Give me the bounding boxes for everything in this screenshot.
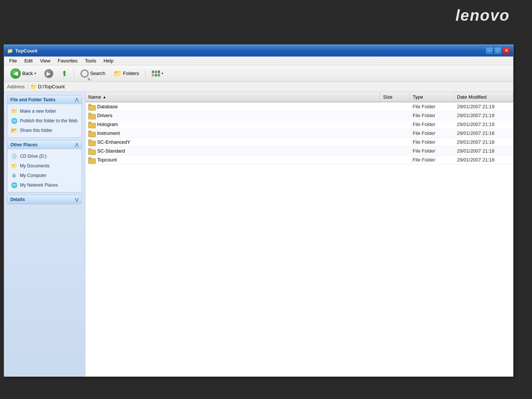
file-name-cell: SC-EnhancedY: [85, 139, 380, 146]
col-date-label: Date Modified: [457, 94, 487, 100]
file-type: File Folder: [410, 156, 454, 163]
file-name-cell: Drivers: [85, 112, 380, 119]
my-documents-icon: 📁: [10, 162, 18, 170]
col-header-date[interactable]: Date Modified: [454, 92, 513, 102]
task-publish-web[interactable]: 🌐 Publish this folder to the Web: [9, 116, 80, 126]
file-date: 29/01/2007 21:19: [454, 103, 513, 110]
my-computer-icon: 🖥: [10, 172, 18, 179]
file-tasks-collapse-icon: ⋀: [75, 97, 79, 102]
other-places-body: 💿 CD Drive (D:) 📁 My Documents 🖥 My Comp…: [7, 149, 82, 192]
place-my-documents[interactable]: 📁 My Documents: [9, 161, 80, 171]
table-row[interactable]: SC-EnhancedY File Folder 29/01/2007 21:1…: [85, 138, 513, 147]
my-network-icon: 🌐: [10, 181, 18, 189]
title-icon: 📁: [7, 48, 13, 54]
menu-bar: File Edit View Favorites Tools Help: [4, 57, 513, 65]
other-places-header[interactable]: Other Places ⋀: [7, 140, 82, 149]
table-row[interactable]: Database File Folder 29/01/2007 21:19: [85, 102, 513, 111]
share-folder-icon: 📂: [10, 127, 18, 134]
file-date: 29/01/2007 21:18: [454, 156, 513, 163]
folder-icon: [88, 139, 95, 145]
col-size-label: Size: [383, 94, 392, 100]
folder-icon: [88, 157, 95, 163]
menu-view[interactable]: View: [36, 57, 54, 64]
publish-web-icon: 🌐: [10, 117, 18, 125]
sort-asc-icon: ▲: [103, 95, 106, 99]
file-tasks-header[interactable]: File and Folder Tasks ⋀: [7, 95, 82, 104]
table-row[interactable]: Drivers File Folder 29/01/2007 21:19: [85, 111, 513, 120]
search-icon: [81, 69, 89, 78]
file-date: 29/01/2007 21:18: [454, 147, 513, 154]
folders-icon: 📁: [113, 69, 122, 78]
file-type: File Folder: [410, 139, 454, 146]
col-name-label: Name: [88, 94, 101, 100]
file-tasks-title: File and Folder Tasks: [10, 97, 55, 102]
place-my-computer[interactable]: 🖥 My Computer: [9, 171, 80, 180]
table-row[interactable]: Instrument File Folder 29/01/2007 21:18: [85, 129, 513, 138]
maximize-button[interactable]: □: [494, 47, 502, 55]
menu-help[interactable]: Help: [100, 57, 117, 64]
toolbar-separator-1: [74, 68, 74, 79]
file-name-cell: SC-Standard: [85, 147, 380, 155]
file-list: Database File Folder 29/01/2007 21:19 Dr…: [85, 102, 513, 376]
details-header[interactable]: Details ⋁: [7, 195, 82, 204]
other-places-title: Other Places: [10, 142, 37, 147]
file-date: 29/01/2007 21:18: [454, 139, 513, 146]
table-row[interactable]: SC-Standard File Folder 29/01/2007 21:18: [85, 147, 513, 156]
address-path[interactable]: 📁 D:\TopCount: [30, 84, 65, 90]
place-cd-drive[interactable]: 💿 CD Drive (D:): [9, 151, 80, 161]
explorer-window: 📁 TopCount ─ □ ✕ File Edit View Favorite…: [4, 44, 514, 377]
file-tasks-body: 📁 Make a new folder 🌐 Publish this folde…: [7, 104, 82, 137]
toolbar-separator-2: [145, 68, 146, 79]
task-new-folder[interactable]: 📁 Make a new folder: [9, 106, 80, 116]
search-button[interactable]: Search: [77, 68, 109, 79]
table-row[interactable]: Hologram File Folder 29/01/2007 21:19: [85, 120, 513, 129]
back-dropdown-icon: ▾: [34, 71, 36, 75]
place-my-network[interactable]: 🌐 My Network Places: [9, 180, 80, 190]
file-type: File Folder: [410, 130, 454, 137]
file-date: 29/01/2007 21:18: [454, 130, 513, 137]
address-label: Address: [7, 84, 28, 89]
menu-file[interactable]: File: [6, 57, 21, 64]
task-new-folder-label: Make a new folder: [20, 109, 56, 114]
menu-favorites[interactable]: Favorites: [54, 57, 81, 64]
file-name: Topcount: [97, 157, 117, 163]
other-places-collapse-icon: ⋀: [75, 142, 79, 147]
other-places-panel: Other Places ⋀ 💿 CD Drive (D:) 📁 My Docu…: [7, 140, 82, 192]
col-header-name[interactable]: Name ▲: [85, 92, 380, 102]
forward-icon: ▶: [44, 69, 53, 78]
folder-icon: [88, 130, 95, 136]
toolbar: ◀ Back ▾ ▶ ⬆ Search 📁 Folders: [4, 65, 513, 82]
file-type: File Folder: [410, 121, 454, 128]
menu-tools[interactable]: Tools: [81, 57, 100, 64]
up-arrow-icon: ⬆: [61, 69, 68, 78]
close-button[interactable]: ✕: [502, 47, 510, 55]
details-collapse-icon: ⋁: [75, 197, 79, 202]
folder-icon: [88, 113, 95, 119]
table-row[interactable]: Topcount File Folder 29/01/2007 21:18: [85, 156, 513, 164]
views-button[interactable]: ▾: [149, 69, 167, 78]
window-title: TopCount: [15, 48, 37, 54]
folder-icon: [88, 122, 95, 127]
details-panel: Details ⋁: [7, 195, 82, 204]
new-folder-icon: 📁: [10, 108, 18, 115]
back-button[interactable]: ◀ Back ▾: [7, 67, 40, 80]
cd-drive-icon: 💿: [10, 153, 18, 160]
task-share-folder-label: Share this folder: [20, 128, 52, 133]
col-header-size[interactable]: Size: [380, 92, 410, 102]
menu-edit[interactable]: Edit: [21, 57, 36, 64]
file-size: [380, 124, 410, 125]
back-label: Back: [22, 71, 33, 76]
file-size: [380, 106, 410, 108]
address-folder-icon: 📁: [30, 84, 37, 90]
task-share-folder[interactable]: 📂 Share this folder: [9, 126, 80, 135]
col-header-type[interactable]: Type: [410, 92, 454, 102]
folders-button[interactable]: 📁 Folders: [110, 68, 142, 79]
up-button[interactable]: ⬆: [58, 68, 71, 79]
file-name-cell: Instrument: [85, 130, 380, 137]
file-size: [380, 133, 410, 134]
file-size: [380, 115, 410, 116]
details-title: Details: [10, 197, 25, 202]
minimize-button[interactable]: ─: [485, 47, 493, 55]
folder-icon: [88, 104, 95, 110]
forward-button[interactable]: ▶: [41, 68, 57, 79]
